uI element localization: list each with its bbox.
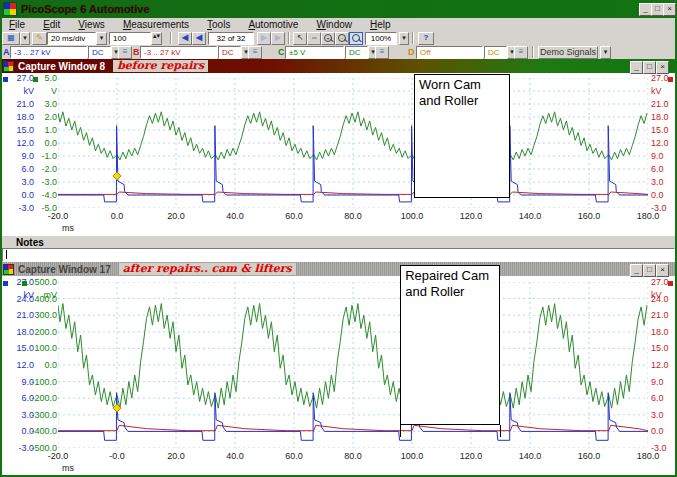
toolbar-main: ▦ ▾ ✎ 20 ms/div ▾ 100 kSmpl ▴▾ ◀ ◀ 32 of…	[0, 31, 677, 46]
capture-window-1-titlebar[interactable]: Capture Window 8 before repairs	[0, 59, 677, 73]
menu-automotive[interactable]: Automotive	[239, 18, 307, 31]
capture-window-icon	[3, 61, 14, 72]
channel-b-range-select[interactable]: -3 .. 27 kV	[140, 46, 217, 59]
timebase-select[interactable]: 20 ms/div	[47, 32, 96, 45]
y-tick-label: -2.0	[25, 165, 57, 174]
x-tick-label: 140.0	[513, 452, 547, 461]
y-tick-label: 500.0	[25, 278, 57, 287]
notes-input[interactable]	[2, 248, 675, 262]
samples-input[interactable]: 100 kSmpl	[109, 32, 151, 45]
x-tick-label: 160.0	[572, 452, 606, 461]
channel-c-marker	[22, 281, 27, 286]
channel-c-marker	[33, 77, 38, 82]
toolbar-separator	[288, 32, 290, 44]
channel-d-coupling-select[interactable]: DC	[484, 46, 507, 59]
channel-a-marker	[3, 281, 8, 286]
axis-unit-label: kV	[651, 291, 676, 300]
zoom-in-icon[interactable]: +	[321, 32, 335, 45]
pencil-icon[interactable]: ✎	[32, 32, 47, 45]
menu-views[interactable]: Views	[69, 18, 114, 31]
zoom-level-field[interactable]: 100%	[365, 32, 397, 45]
x-tick-label: -20.0	[41, 452, 75, 461]
waveform-plot-2[interactable]	[58, 282, 648, 448]
y-tick-label: 6.0	[651, 165, 676, 174]
menu-tools[interactable]: Tools	[198, 18, 239, 31]
channel-c-range-select[interactable]: ±5 V	[285, 46, 344, 59]
y-tick-label: -200.0	[25, 394, 57, 403]
channel-d-probe-icon[interactable]: ≡	[514, 46, 528, 59]
y-tick-label: -400.0	[25, 427, 57, 436]
last-buffer-button[interactable]: ▶	[271, 32, 285, 45]
toolbar-separator	[532, 46, 534, 58]
x-tick-label: 160.0	[572, 212, 606, 221]
capture-window-1-note: before repairs	[113, 60, 208, 72]
channel-b-marker	[668, 281, 673, 286]
menu-edit[interactable]: Edit	[34, 18, 69, 31]
next-buffer-button[interactable]: ▶	[257, 32, 271, 45]
pointer-tool-icon[interactable]: ↖	[293, 32, 307, 45]
demo-signals-button[interactable]: Demo Signals	[538, 46, 598, 59]
minimize-icon[interactable]: _	[630, 61, 643, 74]
hand-tool-icon[interactable]: ⇔	[307, 32, 321, 45]
x-tick-label: 0.0	[100, 212, 134, 221]
y-tick-label: 21.0	[651, 311, 676, 320]
channel-b-probe-icon[interactable]: ≡	[248, 46, 262, 59]
previous-buffer-button[interactable]: ◀	[192, 32, 206, 45]
demo-signals-dropdown-icon[interactable]: ▾	[600, 46, 611, 59]
annotation-box: Repaired Cam and Roller	[400, 265, 500, 425]
x-tick-label: 60.0	[277, 452, 311, 461]
timebase-dropdown-icon[interactable]: ▾	[96, 32, 107, 45]
y-tick-label: 9.0	[651, 152, 676, 161]
trigger-marker[interactable]	[113, 172, 121, 180]
close-icon[interactable]: ×	[663, 3, 676, 16]
channel-d-range-select[interactable]: Off	[416, 46, 483, 59]
menu-file[interactable]: File	[0, 18, 34, 31]
x-tick-label: -20.0	[41, 212, 75, 221]
x-axis-unit-label: ms	[62, 224, 74, 233]
menu-measurements[interactable]: Measurements	[114, 18, 198, 31]
x-tick-label: 120.0	[454, 452, 488, 461]
annotation-box: Worn Cam and Roller	[414, 74, 510, 198]
y-tick-label: 200.0	[25, 328, 57, 337]
zoom-out-icon[interactable]: -	[335, 32, 349, 45]
first-buffer-button[interactable]: ◀	[178, 32, 192, 45]
capture-window-2-titlebar[interactable]: Capture Window 17 after repairs.. cam & …	[0, 262, 677, 276]
channel-c-coupling-select[interactable]: DC	[345, 46, 368, 59]
buffer-position-field[interactable]: 32 of 32	[208, 32, 254, 45]
toolbar-separator	[412, 32, 414, 44]
title-bar[interactable]: PicoScope 6 Automotive	[0, 0, 677, 18]
maximize-icon[interactable]: □	[643, 264, 656, 277]
waveform-plot-1[interactable]	[58, 78, 648, 208]
scope-view-icon[interactable]: ▦	[2, 32, 20, 45]
y-tick-label: 0.0	[651, 427, 676, 436]
maximize-icon[interactable]: □	[643, 61, 656, 74]
x-tick-label: 140.0	[513, 212, 547, 221]
trigger-marker[interactable]	[113, 404, 121, 412]
y-tick-label: 12.0	[651, 361, 676, 370]
y-tick-label: 0.0	[25, 361, 57, 370]
capture-window-1-title: Capture Window 8	[18, 61, 105, 72]
y-tick-label: 9.0	[651, 378, 676, 387]
axis-unit-label: mV	[25, 291, 57, 300]
x-tick-label: 80.0	[336, 452, 370, 461]
channel-a-coupling-select[interactable]: DC	[88, 46, 111, 59]
channel-b-marker	[668, 77, 673, 82]
scope-view-dropdown-icon[interactable]: ▾	[20, 32, 30, 45]
channel-a-probe-icon[interactable]: ≡	[118, 46, 132, 59]
channel-c-probe-icon[interactable]: ≡	[375, 46, 389, 59]
zoom-dropdown-icon[interactable]: ▾	[399, 32, 409, 45]
x-tick-label: 20.0	[159, 212, 193, 221]
toolbar-separator	[170, 32, 172, 44]
close-icon[interactable]: ×	[656, 264, 669, 277]
minimize-icon[interactable]: _	[630, 264, 643, 277]
annotation-border-line	[500, 425, 501, 437]
menu-window[interactable]: Window	[307, 18, 361, 31]
channel-b-coupling-select[interactable]: DC	[218, 46, 241, 59]
text-cursor	[6, 250, 7, 259]
window-zoom-icon[interactable]	[349, 32, 363, 45]
notes-help-icon[interactable]: ?	[418, 32, 434, 45]
menu-help[interactable]: Help	[361, 18, 400, 31]
close-icon[interactable]: ×	[656, 61, 669, 74]
channel-a-range-select[interactable]: -3 .. 27 kV	[10, 46, 87, 59]
samples-spinner[interactable]: ▴▾	[151, 32, 162, 45]
